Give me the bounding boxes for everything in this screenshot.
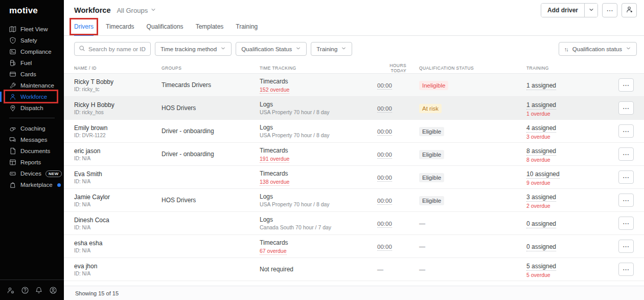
table-row[interactable]: Jamie CaylorID: N/AHOS DriversLogsUSA Pr…: [64, 189, 644, 212]
notifications-icon[interactable]: [35, 286, 43, 294]
admin-icon[interactable]: [7, 286, 15, 294]
sidebar-item-marketplace[interactable]: Marketplace: [0, 179, 64, 190]
sidebar-item-messages[interactable]: Messages: [0, 134, 64, 145]
table-row[interactable]: Eva SmithID: N/ATimecards138 overdue00:0…: [64, 166, 644, 189]
status-badge[interactable]: Eligible: [419, 173, 444, 182]
training-cell: 3 assigned2 overdue: [526, 192, 618, 209]
add-driver-dropdown-button[interactable]: [584, 4, 597, 17]
map-icon: [9, 26, 16, 33]
hours-value[interactable]: 00:00: [377, 105, 392, 113]
hours-value[interactable]: 00:00: [377, 82, 392, 90]
driver-name: Eva Smith: [74, 170, 162, 178]
status-badge[interactable]: Ineligible: [419, 81, 448, 90]
tab-timecards[interactable]: Timecards: [106, 20, 134, 36]
sidebar-item-fleet-view[interactable]: Fleet View: [0, 24, 64, 35]
tracking-ruleset: USA Property 70 hour / 8 day: [260, 201, 377, 207]
training-assigned[interactable]: 10 assigned: [526, 170, 560, 179]
tracking-overdue[interactable]: 138 overdue: [260, 179, 377, 185]
row-actions-cell: ⋯: [618, 101, 639, 115]
training-cell: 4 assigned3 overdue: [526, 123, 618, 140]
table-row[interactable]: eric jasonID: N/ADriver - onboardingTime…: [64, 143, 644, 166]
table-row[interactable]: Dinesh CocaID: N/ALogsCanada South 70 ho…: [64, 212, 644, 235]
status-badge[interactable]: Eligible: [419, 150, 444, 159]
sort-button[interactable]: ↑↓ Qualification status: [559, 42, 637, 56]
filter-time-tracking-method[interactable]: Time tracking method: [155, 42, 232, 56]
sidebar-item-compliance[interactable]: Compliance: [0, 46, 64, 57]
training-assigned[interactable]: 1 assigned: [526, 101, 556, 110]
qualification-status-cell: Eligible: [419, 173, 526, 182]
tracking-overdue[interactable]: 152 overdue: [260, 87, 377, 93]
status-badge[interactable]: Eligible: [419, 127, 444, 136]
chat-icon: [9, 136, 16, 143]
training-assigned[interactable]: 0 assigned: [526, 243, 556, 251]
row-menu-button[interactable]: ⋯: [618, 124, 634, 138]
tracking-overdue[interactable]: 191 overdue: [260, 156, 377, 162]
sidebar-item-reports[interactable]: Reports: [0, 157, 64, 168]
status-badge[interactable]: Eligible: [419, 196, 444, 205]
training-assigned[interactable]: 8 assigned: [526, 147, 556, 156]
add-driver-button[interactable]: Add driver: [541, 4, 584, 17]
filter-qualification-status[interactable]: Qualification Status: [236, 42, 307, 56]
sidebar-item-cards[interactable]: Cards: [0, 69, 64, 80]
row-menu-button[interactable]: ⋯: [618, 78, 634, 92]
sidebar-item-documents[interactable]: Documents: [0, 145, 64, 157]
search-icon: [79, 45, 85, 54]
sidebar-item-safety[interactable]: Safety: [0, 35, 64, 46]
driver-id: ID: N/A: [74, 225, 162, 230]
filter-training[interactable]: Training: [311, 42, 352, 56]
sidebar-item-fuel[interactable]: Fuel: [0, 57, 64, 69]
table-row[interactable]: Emily brownID: DVR-1122Driver - onboardi…: [64, 120, 644, 143]
tracking-overdue[interactable]: 67 overdue: [260, 248, 377, 254]
status-value: —: [419, 266, 425, 273]
tab-qualifications[interactable]: Qualifications: [147, 20, 183, 36]
more-options-button[interactable]: ⋯: [602, 3, 617, 17]
row-menu-button[interactable]: ⋯: [618, 147, 634, 161]
account-icon[interactable]: [49, 286, 57, 294]
help-icon[interactable]: [21, 286, 29, 294]
training-assigned[interactable]: 4 assigned: [526, 124, 556, 133]
hours-value: —: [377, 266, 383, 273]
sidebar-item-coaching[interactable]: Coaching: [0, 123, 64, 134]
table-row[interactable]: Ricky T BobbyID: ricky_tcTimecards Drive…: [64, 74, 644, 97]
sidebar-item-workforce[interactable]: Workforce: [0, 91, 64, 102]
row-menu-button[interactable]: ⋯: [618, 263, 634, 276]
tab-drivers[interactable]: Drivers: [74, 20, 94, 36]
row-menu-button[interactable]: ⋯: [618, 240, 634, 253]
training-assigned[interactable]: 5 assigned: [526, 263, 556, 271]
hours-today-cell: 00:00: [377, 103, 406, 113]
training-assigned[interactable]: 0 assigned: [526, 220, 556, 228]
tracking-ruleset: Canada South 70 hour / 7 day: [260, 224, 377, 230]
training-assigned[interactable]: 1 assigned: [526, 82, 556, 90]
time-tracking-cell: LogsUSA Property 70 hour / 8 day: [260, 124, 377, 138]
table-row[interactable]: Ricky H BobbyID: ricky_hosHOS DriversLog…: [64, 97, 644, 120]
hours-value[interactable]: 00:00: [377, 198, 392, 205]
hours-value[interactable]: 00:00: [377, 128, 392, 136]
status-badge[interactable]: At risk: [419, 104, 442, 113]
table-row[interactable]: eva jhonID: N/ANot required——5 assigned5…: [64, 258, 644, 281]
hours-value[interactable]: 00:00: [377, 152, 392, 159]
row-menu-button[interactable]: ⋯: [618, 194, 634, 207]
hours-value[interactable]: 00:00: [377, 221, 392, 228]
tracking-ruleset: USA Property 70 hour / 8 day: [260, 109, 377, 115]
sidebar-item-label: Devices: [20, 170, 41, 177]
table-row[interactable]: esha eshaID: N/ATimecards67 overdue00:00…: [64, 235, 644, 258]
sidebar-item-devices[interactable]: DevicesNEW: [0, 168, 64, 179]
row-menu-button[interactable]: ⋯: [618, 217, 634, 230]
row-actions-cell: ⋯: [618, 170, 639, 184]
sidebar-item-maintenance[interactable]: Maintenance: [0, 80, 64, 91]
hours-value[interactable]: 00:00: [377, 244, 392, 251]
training-assigned[interactable]: 3 assigned: [526, 194, 556, 202]
hours-value[interactable]: 00:00: [377, 175, 392, 182]
tab-templates[interactable]: Templates: [196, 20, 224, 36]
time-tracking-cell: Timecards67 overdue: [260, 239, 377, 254]
sidebar-item-label: Marketplace: [20, 182, 53, 188]
ellipsis-icon: ⋯: [623, 197, 630, 204]
tab-training[interactable]: Training: [236, 20, 258, 36]
row-menu-button[interactable]: ⋯: [618, 101, 634, 115]
search-input[interactable]: [88, 46, 146, 52]
group-filter-dropdown[interactable]: All Groups: [117, 7, 156, 14]
row-menu-button[interactable]: ⋯: [618, 170, 634, 184]
driver-invite-button[interactable]: [622, 3, 637, 17]
ellipsis-icon: ⋯: [623, 151, 630, 158]
sidebar-item-dispatch[interactable]: Dispatch: [0, 102, 64, 114]
